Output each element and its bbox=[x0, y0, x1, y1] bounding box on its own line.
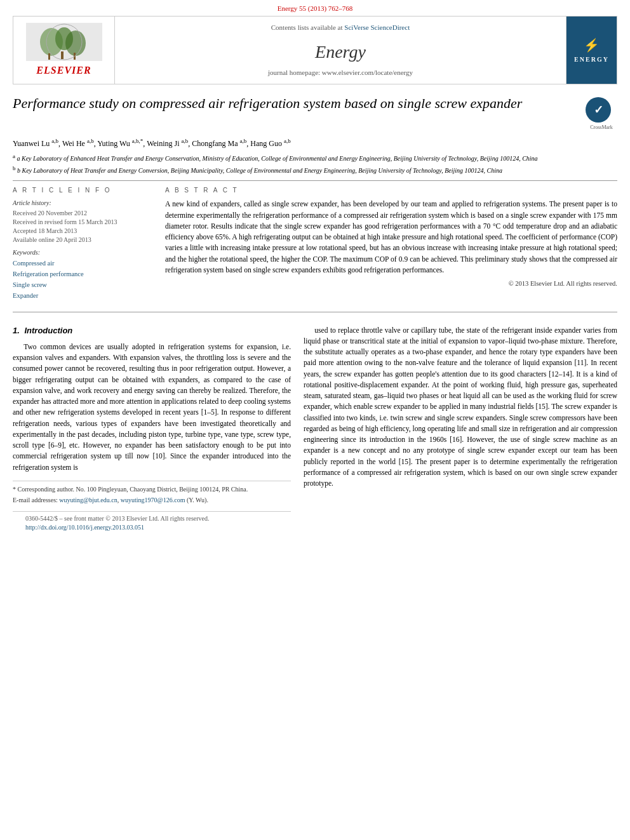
article-info: A R T I C L E I N F O Article history: R… bbox=[13, 186, 152, 301]
doi-link[interactable]: http://dx.doi.org/10.1016/j.energy.2013.… bbox=[25, 524, 144, 531]
paper-title: Performance study on compressed air refr… bbox=[13, 95, 579, 113]
journal-header-right: ⚡ ENERGY bbox=[566, 17, 617, 84]
svg-rect-4 bbox=[61, 51, 64, 59]
energy-badge-logo: ⚡ bbox=[569, 36, 614, 54]
author-chongfang: Chongfang Ma a,b, bbox=[192, 139, 250, 148]
abstract-section: A B S T R A C T A new kind of expanders,… bbox=[165, 186, 617, 301]
intro-right-text: used to replace throttle valve or capill… bbox=[304, 325, 617, 490]
elsevier-logo-image bbox=[26, 23, 102, 61]
author-weining: Weining Ji a,b, bbox=[147, 139, 192, 148]
abstract-text: A new kind of expanders, called as singl… bbox=[165, 199, 617, 276]
journal-header-center: Contents lists available at SciVerse Sci… bbox=[115, 17, 566, 84]
svg-point-3 bbox=[65, 30, 86, 56]
content-area: Performance study on compressed air refr… bbox=[13, 95, 617, 534]
authors: Yuanwei Lu a,b, Wei He a,b, Yuting Wu a,… bbox=[13, 137, 617, 150]
doi-line: http://dx.doi.org/10.1016/j.energy.2013.… bbox=[25, 523, 278, 532]
intro-left-col: 1. Introduction Two common devices are u… bbox=[13, 325, 291, 535]
history-label: Article history: bbox=[13, 199, 152, 208]
keyword-3: Single screw bbox=[13, 280, 152, 291]
sciverse-link[interactable]: SciVerse ScienceDirect bbox=[344, 23, 410, 31]
available-date: Available online 20 April 2013 bbox=[13, 236, 152, 244]
abstract-heading: A B S T R A C T bbox=[165, 186, 617, 195]
top-bar: Energy 55 (2013) 762–768 bbox=[0, 0, 630, 16]
footnotes: * Corresponding author. No. 100 Pingleyu… bbox=[13, 481, 291, 505]
keyword-1: Compressed air bbox=[13, 258, 152, 269]
bottom-bar: 0360-5442/$ – see front matter © 2013 El… bbox=[13, 511, 291, 535]
keyword-4: Expander bbox=[13, 291, 152, 302]
elsevier-wordmark: ELSEVIER bbox=[26, 63, 102, 77]
crossmark-label: CrossMark bbox=[586, 124, 617, 131]
affiliation-b: b b Key Laboratory of Heat Transfer and … bbox=[13, 164, 617, 175]
keywords-section: Keywords: Compressed air Refrigeration p… bbox=[13, 248, 152, 301]
author-yuanwei: Yuanwei Lu a,b, bbox=[13, 139, 62, 148]
accepted-date: Accepted 18 March 2013 bbox=[13, 227, 152, 236]
paper-title-text: Performance study on compressed air refr… bbox=[13, 95, 579, 113]
intro-right-col: used to replace throttle valve or capill… bbox=[304, 325, 617, 535]
received-date: Received 20 November 2012 bbox=[13, 209, 152, 218]
affiliations: a a Key Laboratory of Enhanced Heat Tran… bbox=[13, 152, 617, 176]
email-line: E-mail addresses: wuyuting@bjut.edu.cn, … bbox=[13, 496, 291, 505]
journal-title-big: Energy bbox=[315, 39, 366, 64]
intro-section-title: 1. Introduction bbox=[13, 325, 291, 337]
email-link-1[interactable]: wuyuting@bjut.edu.cn bbox=[59, 497, 117, 503]
affiliation-a: a a Key Laboratory of Enhanced Heat Tran… bbox=[13, 152, 617, 163]
author-hang: Hang Guo a,b bbox=[250, 139, 290, 148]
revised-date: Received in revised form 15 March 2013 bbox=[13, 218, 152, 227]
journal-header-left: ELSEVIER bbox=[13, 17, 115, 84]
keywords-label: Keywords: bbox=[13, 248, 152, 257]
article-abstract-section: A R T I C L E I N F O Article history: R… bbox=[13, 186, 617, 301]
copyright: © 2013 Elsevier Ltd. All rights reserved… bbox=[165, 279, 617, 289]
paper-title-section: Performance study on compressed air refr… bbox=[13, 95, 617, 131]
email-link-2[interactable]: wuyuting1970@126.com bbox=[121, 497, 185, 503]
corresponding-author: * Corresponding author. No. 100 Pingleyu… bbox=[13, 485, 291, 494]
intro-left-text: Two common devices are usually adopted i… bbox=[13, 342, 291, 473]
author-weihe: Wei He a,b, bbox=[62, 139, 97, 148]
article-info-heading: A R T I C L E I N F O bbox=[13, 186, 152, 195]
elsevier-logo: ELSEVIER bbox=[26, 23, 102, 77]
author-yuting: Yuting Wu a,b,*, bbox=[97, 139, 147, 148]
citation: Energy 55 (2013) 762–768 bbox=[278, 4, 353, 12]
article-history-group: Article history: Received 20 November 20… bbox=[13, 199, 152, 244]
svg-rect-5 bbox=[48, 53, 50, 60]
crossmark-icon: ✓ bbox=[586, 97, 611, 123]
divider-2 bbox=[13, 312, 617, 312]
issn-line: 0360-5442/$ – see front matter © 2013 El… bbox=[25, 514, 278, 523]
sciverse-text: Contents lists available at SciVerse Sci… bbox=[271, 23, 410, 32]
journal-header: ELSEVIER Contents lists available at Sci… bbox=[13, 16, 617, 84]
keyword-2: Refrigeration performance bbox=[13, 269, 152, 280]
energy-badge: ⚡ ENERGY bbox=[566, 31, 617, 70]
journal-homepage: journal homepage: www.elsevier.com/locat… bbox=[268, 68, 413, 77]
introduction-section: 1. Introduction Two common devices are u… bbox=[13, 325, 617, 535]
crossmark: ✓ CrossMark bbox=[586, 97, 617, 131]
divider-1 bbox=[13, 180, 617, 181]
